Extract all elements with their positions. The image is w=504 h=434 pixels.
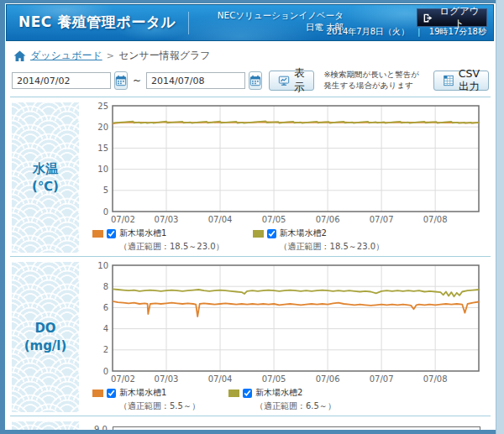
partial-plot: 9.0	[91, 421, 491, 430]
panel-unit-text: (℃)	[32, 178, 59, 196]
svg-text:07/04: 07/04	[208, 215, 233, 224]
series-visibility-checkbox[interactable]	[267, 229, 276, 238]
panel-label-text: 水温	[33, 160, 58, 178]
svg-text:07/07: 07/07	[370, 374, 394, 384]
svg-text:0: 0	[103, 367, 108, 376]
svg-text:07/08: 07/08	[423, 215, 448, 224]
header-time: 19時17分18秒	[429, 27, 486, 36]
page-right-frame	[496, 0, 504, 434]
water-temp-chart-box: 051015202507/0207/0307/0407/0507/0607/07…	[79, 102, 491, 253]
legend-item: 新木場水槽1 （適正範囲：18.5～23.0）	[92, 227, 224, 253]
svg-text:07/08: 07/08	[423, 374, 448, 384]
series-range-label: （適正範囲：6.5～）	[255, 400, 336, 412]
svg-text:07/05: 07/05	[262, 374, 286, 384]
series-visibility-checkbox[interactable]	[107, 389, 116, 398]
partial-chart-box: 9.0	[79, 421, 491, 430]
show-button-label: 表示	[294, 66, 305, 95]
app-header: NEC 養殖管理ポータル NECソリューションイノベータ 日電 太郎 ログアウト…	[6, 4, 494, 41]
svg-text:10: 10	[97, 262, 108, 270]
show-button[interactable]: 表示	[269, 71, 314, 91]
breadcrumb-dashboard-link[interactable]: ダッシュボード	[30, 49, 102, 63]
breadcrumb-current-page: センサー情報グラフ	[118, 49, 211, 63]
water-temp-panel-label: 水温 (℃)	[12, 102, 79, 253]
svg-text:2: 2	[103, 345, 108, 354]
date-range-tilde: ~	[133, 75, 141, 86]
header-datetime: 2014年7月8日（火）｜19時17分18秒	[327, 26, 486, 38]
series-range-label: （適正範囲：18.5～23.0）	[280, 241, 385, 253]
svg-text:15: 15	[97, 144, 108, 153]
date-to-input[interactable]	[146, 72, 245, 89]
series-visibility-checkbox[interactable]	[243, 389, 252, 398]
charts-container: 水温 (℃) 051015202507/0207/0307/0407/0507/…	[5, 97, 496, 430]
breadcrumb: ダッシュボード > センサー情報グラフ	[5, 41, 496, 67]
legend-item: 新木場水槽2 （適正範囲：18.5～23.0）	[253, 227, 385, 253]
legend-item: 新木場水槽2 （適正範囲：6.5～）	[228, 387, 336, 412]
svg-text:07/04: 07/04	[208, 374, 233, 384]
svg-text:25: 25	[97, 102, 108, 111]
logout-icon	[423, 13, 433, 24]
title-divider	[188, 12, 189, 34]
svg-text:5: 5	[103, 186, 108, 195]
display-chart-icon	[278, 75, 290, 86]
do-legend: 新木場水槽1 （適正範囲：5.5～） 新木場水槽2 （適正範囲：6.5～）	[92, 387, 491, 412]
series-visibility-checkbox[interactable]	[107, 229, 116, 238]
series-label: 新木場水槽2	[280, 227, 327, 239]
partial-top-tick: 9.0	[94, 425, 108, 430]
panel-unit-text: (mg/l)	[24, 337, 67, 355]
csv-button-label: CSV 出力	[459, 67, 480, 94]
partial-plot-border	[113, 426, 480, 430]
series-range-label: （適正範囲：5.5～）	[119, 400, 200, 412]
date-from-input[interactable]	[12, 72, 111, 89]
svg-text:20: 20	[97, 123, 108, 132]
series-label: 新木場水槽2	[255, 387, 302, 399]
do-chart: 024681007/0207/0307/0407/0507/0607/0707/…	[91, 262, 486, 386]
series-color-swatch	[228, 390, 239, 397]
user-name: 日電 太郎	[218, 21, 344, 33]
org-name: NECソリューションイノベータ	[218, 9, 344, 21]
user-info: NECソリューションイノベータ 日電 太郎	[218, 9, 344, 33]
date-to-calendar-button[interactable]	[249, 71, 262, 90]
panel-label-text: DO	[34, 320, 55, 337]
svg-text:07/03: 07/03	[155, 215, 179, 224]
header-date: 2014年7月8日（火）	[327, 27, 409, 36]
svg-text:07/06: 07/06	[316, 374, 340, 384]
csv-spreadsheet-icon	[443, 75, 454, 86]
svg-text:07/07: 07/07	[370, 215, 394, 224]
svg-text:6: 6	[103, 303, 108, 312]
svg-text:0: 0	[103, 207, 108, 217]
series-color-swatch	[253, 230, 264, 238]
water-temp-chart: 051015202507/0207/0307/0407/0507/0607/07…	[91, 102, 486, 227]
do-chart-box: 024681007/0207/0307/0407/0507/0607/0707/…	[79, 262, 491, 412]
water-temp-legend: 新木場水槽1 （適正範囲：18.5～23.0） 新木場水槽2 （適正範囲：18.…	[92, 227, 491, 253]
series-range-label: （適正範囲：18.5～23.0）	[119, 241, 224, 253]
logout-button[interactable]: ログアウト	[417, 8, 487, 27]
svg-text:8: 8	[103, 282, 108, 291]
chart-section-do: DO (mg/l) 024681007/0207/0307/0407/0507/…	[10, 256, 491, 416]
chart-section-partial: 9.0	[10, 416, 491, 430]
app-title: NEC 養殖管理ポータル	[18, 13, 176, 32]
svg-text:07/03: 07/03	[155, 374, 179, 384]
page: NEC 養殖管理ポータル NECソリューションイノベータ 日電 太郎 ログアウト…	[5, 3, 496, 430]
date-from-calendar-button[interactable]	[114, 71, 128, 90]
chart-section-water-temp: 水温 (℃) 051015202507/0207/0307/0407/0507/…	[10, 97, 491, 256]
series-label: 新木場水槽1	[119, 387, 166, 399]
csv-export-button[interactable]: CSV 出力	[433, 71, 489, 91]
svg-text:07/02: 07/02	[111, 215, 135, 224]
calendar-icon	[249, 75, 261, 86]
search-controls: ~ 表示 ※検索期間が長いと警告が発生する場合があります CSV 出力	[5, 67, 496, 97]
svg-text:07/05: 07/05	[262, 215, 286, 224]
calendar-icon	[115, 75, 127, 86]
series-color-swatch	[92, 230, 103, 238]
home-icon[interactable]	[13, 50, 26, 62]
svg-text:10: 10	[97, 165, 108, 174]
do-panel-label: DO (mg/l)	[12, 262, 79, 412]
svg-text:4: 4	[103, 324, 108, 333]
partial-panel-label	[12, 421, 79, 430]
legend-item: 新木場水槽1 （適正範囲：5.5～）	[92, 387, 200, 412]
search-warning-text: ※検索期間が長いと警告が発生する場合があります	[324, 70, 427, 92]
app-window: NEC 養殖管理ポータル NECソリューションイノベータ 日電 太郎 ログアウト…	[0, 0, 504, 434]
svg-text:07/02: 07/02	[111, 374, 135, 384]
datetime-separator: ｜	[415, 27, 423, 36]
breadcrumb-separator: >	[107, 50, 114, 61]
svg-text:07/06: 07/06	[316, 215, 340, 224]
